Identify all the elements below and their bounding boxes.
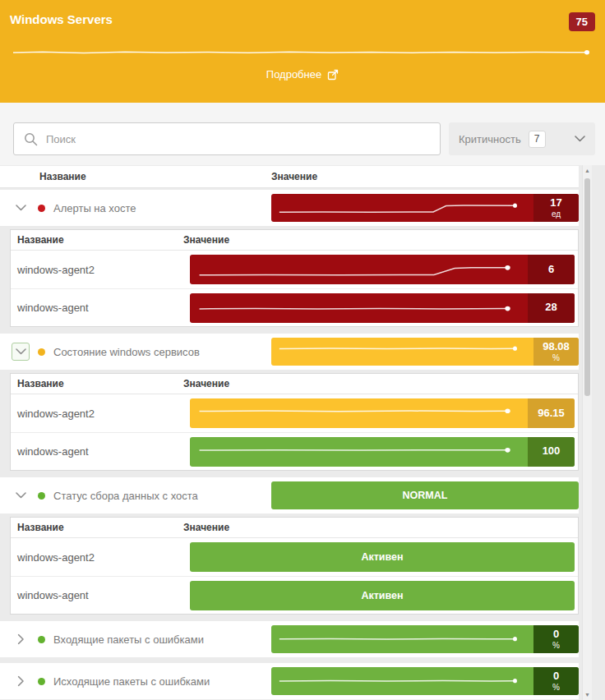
metric-label: Входящие пакеты с ошибками (53, 633, 204, 646)
sparkline (193, 398, 525, 428)
external-link-icon (327, 69, 339, 81)
metric-value: 98.08 % (533, 338, 579, 366)
scrollbar-thumb[interactable] (584, 178, 590, 396)
children-panel-alerts: Название Значение windows-agent2 6 windo… (10, 229, 579, 327)
column-header-value: Значение (183, 234, 229, 246)
chevron-down-icon[interactable] (12, 486, 30, 504)
chevron-right-icon[interactable] (12, 672, 30, 690)
metric-bar[interactable]: NORMAL (271, 481, 579, 509)
column-header-value: Значение (183, 378, 229, 389)
column-header-name: Название (11, 522, 183, 533)
status-dot-ok (38, 492, 45, 500)
child-row: windows-agent 28 (11, 288, 578, 326)
metric-value: 17 ед (533, 194, 579, 222)
chevron-down-icon[interactable] (12, 343, 30, 361)
metric-row-collection-status: Статус сбора данных с хоста NORMAL (0, 477, 579, 513)
sparkline (193, 293, 525, 323)
child-metric-bar[interactable]: 100 (190, 437, 575, 467)
metric-label: Алерты на хосте (53, 202, 136, 214)
column-header-name: Название (39, 171, 271, 182)
child-metric-value: Активен (190, 542, 575, 572)
column-header-name: Название (11, 378, 183, 389)
metric-bar[interactable]: 17 ед (271, 194, 579, 222)
child-row: windows-agent2 96.15 (11, 394, 578, 432)
metric-row-packets-in: Входящие пакеты с ошибками 0 % (0, 621, 579, 657)
child-row: windows-agent Активен (11, 576, 578, 614)
metric-bar[interactable]: 0 % (271, 667, 579, 695)
child-name: windows-agent (11, 302, 190, 314)
sparkline (275, 194, 531, 222)
metric-row-services: Состояние windows сервисов 98.08 % (0, 334, 579, 370)
list-column-headers: Название Значение (0, 166, 579, 188)
vertical-scrollbar[interactable]: ▲ ▼ (582, 165, 592, 700)
search-input[interactable] (46, 133, 430, 145)
criticality-dropdown[interactable]: Критичность 7 (449, 122, 595, 155)
children-panel-collection-status: Название Значение windows-agent2 Активен… (10, 517, 579, 615)
child-name: windows-agent2 (11, 408, 190, 420)
child-row: windows-agent 100 (11, 432, 578, 470)
header-sparkline (10, 44, 595, 59)
child-metric-value: 6 (528, 255, 575, 284)
child-name: windows-agent (11, 445, 190, 458)
page-title: Windows Servers (10, 12, 113, 26)
toolbar: Критичность 7 (0, 103, 605, 166)
child-column-headers: Название Значение (11, 374, 578, 394)
metric-value: NORMAL (271, 481, 579, 509)
widget-header: Windows Servers 75 Подробнее (0, 0, 605, 103)
sparkline (275, 338, 531, 366)
column-header-name: Название (11, 234, 183, 246)
header-count-badge: 75 (569, 12, 595, 31)
child-metric-bar[interactable]: 6 (190, 255, 575, 284)
children-panel-services: Название Значение windows-agent2 96.15 w… (10, 373, 579, 471)
child-metric-value: 100 (528, 437, 575, 467)
details-link-label: Подробнее (266, 68, 321, 81)
metric-label: Статус сбора данных с хоста (53, 490, 198, 502)
child-metric-value: Активен (190, 581, 575, 610)
chevron-down-icon (575, 136, 585, 142)
child-name: windows-agent2 (11, 264, 190, 276)
sparkline (275, 625, 531, 653)
search-icon (24, 132, 38, 146)
status-dot-ok (38, 636, 45, 643)
child-metric-value: 96.15 (528, 398, 575, 428)
column-header-value: Значение (183, 522, 229, 533)
status-dot-ok (38, 678, 45, 685)
chevron-down-icon[interactable] (12, 199, 30, 217)
sparkline (193, 437, 525, 467)
child-name: windows-agent (11, 589, 190, 601)
column-header-value: Значение (271, 171, 317, 182)
scroll-up-icon[interactable]: ▲ (583, 168, 592, 173)
metric-label: Состояние windows сервисов (53, 346, 200, 358)
sparkline (275, 667, 531, 695)
scroll-down-icon[interactable]: ▼ (583, 692, 592, 698)
child-metric-bar[interactable]: Активен (190, 542, 575, 572)
search-box (13, 122, 441, 155)
metric-label: Исходящие пакеты с ошибками (53, 675, 210, 688)
widget-windows-servers: Windows Servers 75 Подробнее Критичность (0, 0, 605, 700)
criticality-count-badge: 7 (529, 131, 546, 148)
child-metric-bar[interactable]: 96.15 (190, 398, 575, 428)
metric-bar[interactable]: 98.08 % (271, 338, 579, 366)
child-column-headers: Название Значение (11, 518, 578, 538)
child-row: windows-agent2 6 (11, 251, 578, 288)
child-row: windows-agent2 Активен (11, 538, 578, 576)
child-metric-bar[interactable]: 28 (190, 293, 575, 323)
child-name: windows-agent2 (11, 551, 190, 564)
child-metric-value: 28 (528, 293, 575, 323)
criticality-label: Критичность (459, 133, 521, 145)
metric-bar[interactable]: 0 % (271, 625, 579, 653)
status-dot-critical (38, 205, 45, 212)
metric-row-alerts: Алерты на хосте 17 ед (0, 190, 579, 226)
chevron-right-icon[interactable] (12, 630, 30, 648)
child-column-headers: Название Значение (11, 230, 578, 251)
metric-value: 0 % (533, 625, 579, 653)
child-metric-bar[interactable]: Активен (190, 581, 575, 610)
sparkline (193, 255, 525, 284)
metric-value: 0 % (533, 667, 579, 695)
status-dot-warning (38, 348, 45, 356)
details-link[interactable]: Подробнее (10, 68, 595, 81)
metric-row-packets-out: Исходящие пакеты с ошибками 0 % (0, 663, 579, 699)
metrics-list: Название Значение Алерты на хосте 17 ед (0, 166, 605, 700)
